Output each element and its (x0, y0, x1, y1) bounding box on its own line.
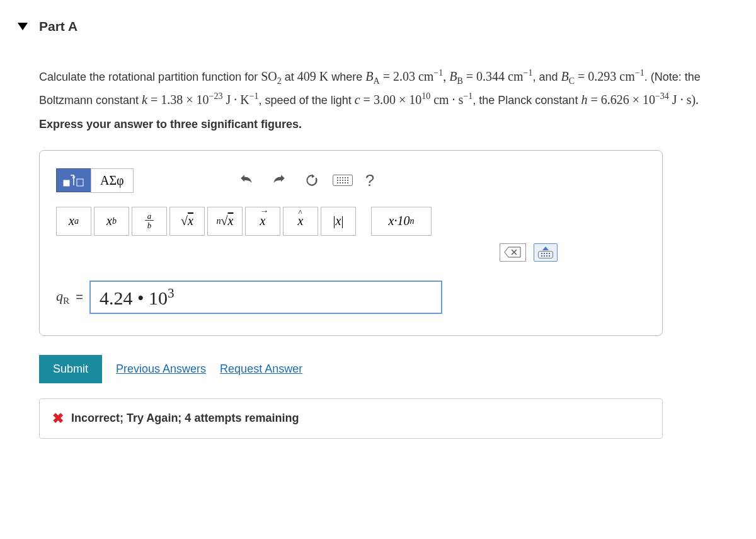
request-answer-link[interactable]: Request Answer (220, 362, 302, 376)
help-button[interactable]: ? (362, 167, 378, 194)
svg-text:n: n (72, 174, 76, 180)
greek-letters-button[interactable]: ΑΣφ (91, 168, 134, 193)
disclosure-triangle-icon[interactable] (18, 23, 28, 30)
reset-button[interactable] (300, 168, 324, 192)
svg-rect-0 (64, 180, 69, 186)
redo-icon (271, 172, 287, 188)
keyboard-icon (538, 251, 553, 258)
keyboard-icon (337, 177, 348, 183)
feedback-text: Incorrect; Try Again; 4 attempts remaini… (71, 412, 299, 425)
answer-instruction: Express your answer to three significant… (39, 118, 731, 131)
chevron-up-icon (542, 246, 549, 250)
feedback-box: ✖ Incorrect; Try Again; 4 attempts remai… (39, 398, 663, 439)
backspace-button[interactable] (500, 243, 526, 262)
vector-button[interactable]: →x (245, 207, 280, 236)
redo-button[interactable] (267, 168, 291, 192)
keyboard-button[interactable] (333, 175, 353, 186)
variable-label: qR (56, 288, 69, 306)
nth-root-button[interactable]: n√x (207, 207, 243, 236)
sqrt-button[interactable]: √x (169, 207, 205, 236)
keyboard-toggle-button[interactable] (534, 243, 558, 262)
superscript-button[interactable]: xa (56, 207, 91, 236)
submit-button[interactable]: Submit (39, 355, 102, 383)
subscript-button[interactable]: xb (94, 207, 129, 236)
equals-sign: = (76, 290, 83, 304)
part-title: Part A (39, 19, 77, 34)
secondary-toolbar (56, 243, 646, 262)
toolbar-row: n ΑΣφ ? (56, 167, 646, 194)
backspace-icon (504, 246, 522, 258)
templates-button[interactable]: n (56, 168, 91, 192)
answer-input[interactable]: 4.24 • 103 (89, 281, 442, 314)
undo-button[interactable] (234, 168, 258, 192)
question-content: Calculate the rotational partition funct… (13, 66, 743, 439)
part-header[interactable]: Part A (13, 19, 743, 34)
previous-answers-link[interactable]: Previous Answers (116, 362, 206, 376)
fraction-button[interactable]: ab (132, 207, 167, 236)
sci-notation-button[interactable]: x·10n (371, 207, 432, 236)
math-button-row: xa xb ab √x n√x →x ^x |x| x·10n (56, 207, 646, 236)
answer-entry-row: qR = 4.24 • 103 (56, 281, 646, 314)
answer-box: n ΑΣφ ? xa xb ab √x (39, 150, 663, 336)
template-icon: n (63, 173, 84, 188)
undo-icon (238, 172, 255, 188)
toolbar-right-group: ? (234, 167, 378, 194)
reset-icon (304, 172, 320, 188)
question-text: Calculate the rotational partition funct… (39, 66, 731, 110)
incorrect-icon: ✖ (52, 410, 64, 427)
abs-button[interactable]: |x| (321, 207, 356, 236)
hat-button[interactable]: ^x (283, 207, 318, 236)
svg-rect-2 (77, 179, 83, 186)
button-row: Submit Previous Answers Request Answer (39, 355, 731, 383)
